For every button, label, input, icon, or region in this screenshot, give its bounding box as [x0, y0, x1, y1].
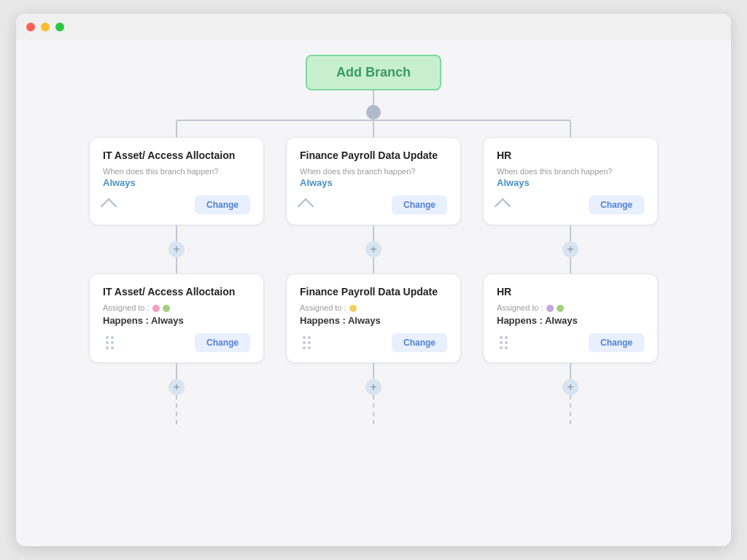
column-it-asset: IT Asset/ Access Alloctaion When does th…	[89, 121, 264, 424]
change-hr-button[interactable]: Change	[589, 195, 644, 214]
card-it-asset2-happens: Happens : Always	[103, 315, 250, 326]
col2-mid-connector2	[373, 257, 374, 273]
col2-bot-connector	[373, 363, 374, 379]
card-hr-value: Always	[497, 177, 644, 188]
change-hr2-button[interactable]: Change	[589, 333, 644, 352]
col1-top-connector	[176, 121, 177, 137]
root-connector	[373, 90, 374, 105]
branch-distributor	[366, 105, 381, 120]
card-hr2-happens: Happens : Always	[497, 315, 644, 326]
close-icon[interactable]	[26, 23, 35, 31]
card-it-asset-bottom: IT Asset/ Access Alloctaion Assigned to …	[89, 273, 264, 363]
column-finance: Finance Payroll Data Update When does th…	[286, 121, 461, 424]
add-step-col3[interactable]: +	[562, 241, 578, 257]
chevron-up-icon	[101, 198, 117, 215]
card-finance-bottom: Finance Payroll Data Update Assigned to …	[286, 273, 461, 363]
main-content: Add Branch IT Asset/ Access Alloctaion	[16, 40, 731, 546]
card-it-asset-top: IT Asset/ Access Alloctaion When does th…	[89, 137, 264, 225]
col3-bot-connector	[570, 363, 571, 379]
drag-handle-col1	[103, 333, 117, 352]
card-finance-footer: Change	[300, 195, 447, 214]
change-finance2-button[interactable]: Change	[392, 333, 447, 352]
col1-bot-connector	[176, 363, 177, 379]
card-finance2-footer: Change	[300, 333, 447, 352]
branch-columns: IT Asset/ Access Alloctaion When does th…	[89, 121, 658, 424]
card-hr-bottom: HR Assigned to : Happens : Always	[483, 273, 658, 363]
assigned-dots-col1: Assigned to :	[103, 303, 250, 314]
card-hr2-footer: Change	[497, 333, 644, 352]
card-it-asset-footer: Change	[103, 195, 250, 214]
assignee-dot-5	[557, 305, 564, 312]
drag-handle-col3	[497, 333, 511, 352]
chevron-up-icon-3	[495, 198, 511, 215]
col2-top-connector	[373, 121, 374, 137]
card-finance2-happens: Happens : Always	[300, 315, 447, 326]
assignee-dot-3	[349, 305, 357, 312]
chevron-up-icon-2	[298, 198, 314, 215]
column-hr: HR When does this branch happen? Always …	[483, 121, 658, 424]
card-hr-footer: Change	[497, 195, 644, 214]
titlebar	[16, 14, 731, 40]
assigned-label-col2: Assigned to :	[300, 303, 347, 312]
card-finance-label: When does this branch happen?	[300, 167, 447, 176]
change-finance-button[interactable]: Change	[392, 195, 447, 214]
card-hr-title: HR	[497, 149, 644, 161]
assignee-dot-1	[152, 305, 160, 312]
minimize-icon[interactable]	[41, 23, 50, 31]
maximize-icon[interactable]	[55, 23, 64, 31]
add-step-col3-bot[interactable]: +	[562, 379, 578, 395]
col2-mid-connector	[373, 225, 374, 241]
col1-mid-connector2	[176, 257, 177, 273]
col2-dashed-connector	[373, 395, 374, 424]
card-it-asset2-title: IT Asset/ Access Alloctaion	[103, 286, 250, 298]
add-step-col1-bot[interactable]: +	[169, 379, 185, 395]
card-it-asset-title: IT Asset/ Access Alloctaion	[103, 149, 250, 161]
drag-handle-col2	[300, 333, 314, 352]
card-hr-label: When does this branch happen?	[497, 167, 644, 176]
col3-mid-connector2	[570, 257, 571, 273]
col1-dashed-connector	[176, 395, 177, 424]
card-it-asset-label: When does this branch happen?	[103, 167, 250, 176]
card-finance-value: Always	[300, 177, 447, 188]
assigned-label-col1: Assigned to :	[103, 303, 150, 312]
change-it-asset-button[interactable]: Change	[195, 195, 250, 214]
app-window: Add Branch IT Asset/ Access Alloctaion	[16, 14, 731, 546]
add-step-col2-bot[interactable]: +	[365, 379, 382, 395]
col3-mid-connector	[570, 225, 571, 241]
card-hr-top: HR When does this branch happen? Always …	[483, 137, 658, 225]
workflow-tree: Add Branch IT Asset/ Access Alloctaion	[31, 55, 716, 424]
assigned-label-col3: Assigned to :	[497, 303, 543, 312]
card-it-asset-value: Always	[103, 177, 250, 188]
add-branch-button[interactable]: Add Branch	[306, 55, 441, 90]
card-hr2-title: HR	[497, 286, 644, 298]
card-finance-title: Finance Payroll Data Update	[300, 149, 447, 161]
assigned-dots-col3: Assigned to :	[497, 303, 644, 314]
col1-mid-connector	[176, 225, 177, 241]
card-it-asset2-footer: Change	[103, 333, 250, 352]
card-finance2-title: Finance Payroll Data Update	[300, 286, 447, 298]
add-step-col1[interactable]: +	[169, 241, 185, 257]
add-step-col2[interactable]: +	[365, 241, 382, 257]
assigned-dots-col2: Assigned to :	[300, 303, 447, 314]
col3-dashed-connector	[570, 395, 571, 424]
assignee-dot-2	[163, 305, 170, 312]
card-finance-top: Finance Payroll Data Update When does th…	[286, 137, 461, 225]
col3-top-connector	[570, 121, 571, 137]
assignee-dot-4	[546, 305, 554, 312]
h-connector	[177, 120, 570, 121]
change-it-asset2-button[interactable]: Change	[195, 333, 250, 352]
